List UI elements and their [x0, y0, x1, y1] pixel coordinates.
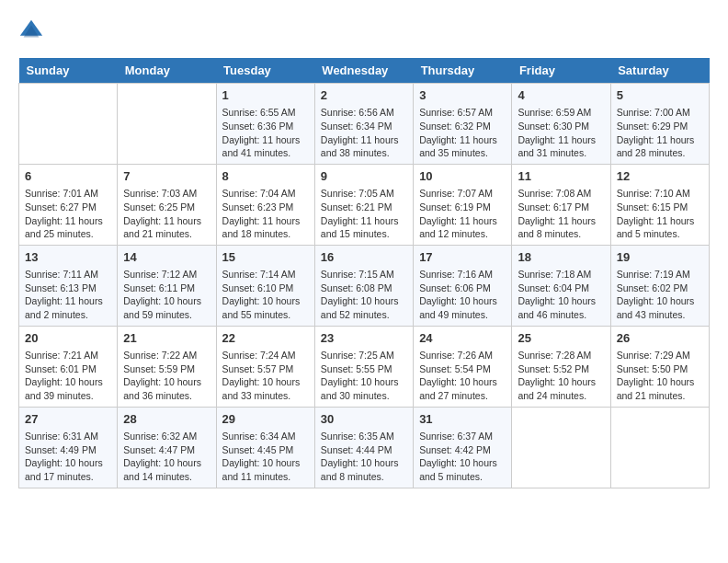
calendar-cell: 25Sunrise: 7:28 AM Sunset: 5:52 PM Dayli… — [512, 326, 610, 407]
day-number: 15 — [222, 249, 309, 266]
day-info: Sunrise: 6:34 AM Sunset: 4:45 PM Dayligh… — [222, 430, 309, 484]
day-number: 8 — [222, 168, 309, 185]
day-info: Sunrise: 7:21 AM Sunset: 6:01 PM Dayligh… — [25, 349, 111, 403]
day-info: Sunrise: 7:22 AM Sunset: 5:59 PM Dayligh… — [123, 349, 210, 403]
calendar-cell: 7Sunrise: 7:03 AM Sunset: 6:25 PM Daylig… — [118, 164, 216, 245]
logo-icon — [18, 18, 44, 44]
day-info: Sunrise: 6:32 AM Sunset: 4:47 PM Dayligh… — [123, 430, 210, 484]
calendar-cell — [610, 407, 709, 488]
calendar-cell: 10Sunrise: 7:07 AM Sunset: 6:19 PM Dayli… — [414, 164, 512, 245]
calendar-cell: 2Sunrise: 6:56 AM Sunset: 6:34 PM Daylig… — [314, 84, 413, 165]
calendar-cell: 17Sunrise: 7:16 AM Sunset: 6:06 PM Dayli… — [414, 245, 512, 326]
calendar-cell: 29Sunrise: 6:34 AM Sunset: 4:45 PM Dayli… — [216, 407, 314, 488]
day-info: Sunrise: 7:10 AM Sunset: 6:15 PM Dayligh… — [617, 187, 703, 241]
day-number: 20 — [25, 330, 111, 347]
day-info: Sunrise: 6:56 AM Sunset: 6:34 PM Dayligh… — [321, 106, 407, 160]
day-info: Sunrise: 6:37 AM Sunset: 4:42 PM Dayligh… — [419, 430, 506, 484]
day-info: Sunrise: 7:14 AM Sunset: 6:10 PM Dayligh… — [222, 268, 309, 322]
calendar-cell: 18Sunrise: 7:18 AM Sunset: 6:04 PM Dayli… — [512, 245, 610, 326]
day-number: 11 — [518, 168, 604, 185]
calendar-cell: 9Sunrise: 7:05 AM Sunset: 6:21 PM Daylig… — [314, 164, 413, 245]
day-info: Sunrise: 6:55 AM Sunset: 6:36 PM Dayligh… — [222, 106, 309, 160]
calendar-cell — [512, 407, 610, 488]
calendar-cell: 27Sunrise: 6:31 AM Sunset: 4:49 PM Dayli… — [19, 407, 118, 488]
calendar-cell: 22Sunrise: 7:24 AM Sunset: 5:57 PM Dayli… — [216, 326, 314, 407]
day-info: Sunrise: 7:28 AM Sunset: 5:52 PM Dayligh… — [518, 349, 604, 403]
day-number: 6 — [25, 168, 111, 185]
day-number: 16 — [321, 249, 407, 266]
day-number: 24 — [419, 330, 506, 347]
day-number: 30 — [321, 411, 407, 428]
day-info: Sunrise: 7:11 AM Sunset: 6:13 PM Dayligh… — [25, 268, 111, 322]
day-number: 17 — [419, 249, 506, 266]
calendar-cell: 8Sunrise: 7:04 AM Sunset: 6:23 PM Daylig… — [216, 164, 314, 245]
day-info: Sunrise: 6:35 AM Sunset: 4:44 PM Dayligh… — [321, 430, 407, 484]
calendar-cell — [19, 84, 118, 165]
day-of-week-header: Monday — [118, 58, 216, 84]
calendar-cell: 5Sunrise: 7:00 AM Sunset: 6:29 PM Daylig… — [610, 84, 709, 165]
day-number: 5 — [617, 87, 703, 104]
day-info: Sunrise: 7:26 AM Sunset: 5:54 PM Dayligh… — [419, 349, 506, 403]
calendar-cell: 19Sunrise: 7:19 AM Sunset: 6:02 PM Dayli… — [610, 245, 709, 326]
day-of-week-header: Friday — [512, 58, 610, 84]
day-number: 4 — [518, 87, 604, 104]
day-number: 25 — [518, 330, 604, 347]
calendar-cell: 23Sunrise: 7:25 AM Sunset: 5:55 PM Dayli… — [314, 326, 413, 407]
day-info: Sunrise: 7:12 AM Sunset: 6:11 PM Dayligh… — [123, 268, 210, 322]
day-of-week-header: Tuesday — [216, 58, 314, 84]
logo — [18, 18, 48, 44]
day-number: 18 — [518, 249, 604, 266]
day-info: Sunrise: 7:04 AM Sunset: 6:23 PM Dayligh… — [222, 187, 309, 241]
calendar-cell: 21Sunrise: 7:22 AM Sunset: 5:59 PM Dayli… — [118, 326, 216, 407]
day-number: 1 — [222, 87, 309, 104]
day-info: Sunrise: 7:25 AM Sunset: 5:55 PM Dayligh… — [321, 349, 407, 403]
calendar-cell: 31Sunrise: 6:37 AM Sunset: 4:42 PM Dayli… — [414, 407, 512, 488]
calendar-cell: 26Sunrise: 7:29 AM Sunset: 5:50 PM Dayli… — [610, 326, 709, 407]
day-info: Sunrise: 7:03 AM Sunset: 6:25 PM Dayligh… — [123, 187, 210, 241]
calendar-week-row: 13Sunrise: 7:11 AM Sunset: 6:13 PM Dayli… — [19, 245, 710, 326]
day-of-week-header: Wednesday — [314, 58, 413, 84]
calendar-cell: 1Sunrise: 6:55 AM Sunset: 6:36 PM Daylig… — [216, 84, 314, 165]
day-info: Sunrise: 7:15 AM Sunset: 6:08 PM Dayligh… — [321, 268, 407, 322]
day-number: 2 — [321, 87, 407, 104]
calendar-week-row: 6Sunrise: 7:01 AM Sunset: 6:27 PM Daylig… — [19, 164, 710, 245]
day-number: 10 — [419, 168, 506, 185]
calendar-cell: 14Sunrise: 7:12 AM Sunset: 6:11 PM Dayli… — [118, 245, 216, 326]
day-number: 26 — [617, 330, 703, 347]
calendar-cell: 6Sunrise: 7:01 AM Sunset: 6:27 PM Daylig… — [19, 164, 118, 245]
day-info: Sunrise: 7:16 AM Sunset: 6:06 PM Dayligh… — [419, 268, 506, 322]
calendar-table: SundayMondayTuesdayWednesdayThursdayFrid… — [18, 58, 710, 488]
calendar-cell: 30Sunrise: 6:35 AM Sunset: 4:44 PM Dayli… — [314, 407, 413, 488]
calendar-cell: 11Sunrise: 7:08 AM Sunset: 6:17 PM Dayli… — [512, 164, 610, 245]
day-number: 28 — [123, 411, 210, 428]
calendar-cell: 13Sunrise: 7:11 AM Sunset: 6:13 PM Dayli… — [19, 245, 118, 326]
calendar-cell — [118, 84, 216, 165]
header-row: SundayMondayTuesdayWednesdayThursdayFrid… — [19, 58, 710, 84]
page-header — [18, 18, 710, 44]
day-of-week-header: Sunday — [19, 58, 118, 84]
day-info: Sunrise: 7:08 AM Sunset: 6:17 PM Dayligh… — [518, 187, 604, 241]
calendar-week-row: 27Sunrise: 6:31 AM Sunset: 4:49 PM Dayli… — [19, 407, 710, 488]
day-number: 22 — [222, 330, 309, 347]
day-of-week-header: Saturday — [610, 58, 709, 84]
calendar-cell: 28Sunrise: 6:32 AM Sunset: 4:47 PM Dayli… — [118, 407, 216, 488]
calendar-cell: 24Sunrise: 7:26 AM Sunset: 5:54 PM Dayli… — [414, 326, 512, 407]
day-of-week-header: Thursday — [414, 58, 512, 84]
calendar-cell: 20Sunrise: 7:21 AM Sunset: 6:01 PM Dayli… — [19, 326, 118, 407]
day-number: 23 — [321, 330, 407, 347]
calendar-week-row: 1Sunrise: 6:55 AM Sunset: 6:36 PM Daylig… — [19, 84, 710, 165]
day-number: 31 — [419, 411, 506, 428]
calendar-week-row: 20Sunrise: 7:21 AM Sunset: 6:01 PM Dayli… — [19, 326, 710, 407]
day-info: Sunrise: 7:19 AM Sunset: 6:02 PM Dayligh… — [617, 268, 703, 322]
calendar-cell: 12Sunrise: 7:10 AM Sunset: 6:15 PM Dayli… — [610, 164, 709, 245]
calendar-cell: 16Sunrise: 7:15 AM Sunset: 6:08 PM Dayli… — [314, 245, 413, 326]
day-info: Sunrise: 7:00 AM Sunset: 6:29 PM Dayligh… — [617, 106, 703, 160]
calendar-cell: 15Sunrise: 7:14 AM Sunset: 6:10 PM Dayli… — [216, 245, 314, 326]
day-number: 14 — [123, 249, 210, 266]
day-info: Sunrise: 6:57 AM Sunset: 6:32 PM Dayligh… — [419, 106, 506, 160]
day-info: Sunrise: 6:31 AM Sunset: 4:49 PM Dayligh… — [25, 430, 111, 484]
day-info: Sunrise: 7:18 AM Sunset: 6:04 PM Dayligh… — [518, 268, 604, 322]
calendar-cell: 4Sunrise: 6:59 AM Sunset: 6:30 PM Daylig… — [512, 84, 610, 165]
day-info: Sunrise: 7:01 AM Sunset: 6:27 PM Dayligh… — [25, 187, 111, 241]
day-info: Sunrise: 7:29 AM Sunset: 5:50 PM Dayligh… — [617, 349, 703, 403]
